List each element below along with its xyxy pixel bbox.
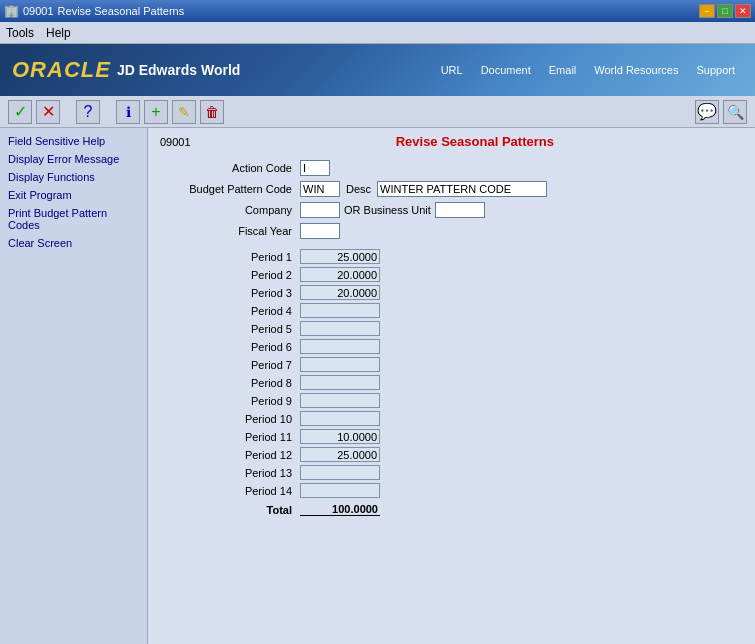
period-label-1: Period 1 bbox=[160, 251, 300, 263]
sidebar: Field Sensitive Help Display Error Messa… bbox=[0, 128, 148, 644]
action-code-input[interactable] bbox=[300, 160, 330, 176]
period-label-13: Period 13 bbox=[160, 467, 300, 479]
menu-tools[interactable]: Tools bbox=[6, 26, 34, 40]
budget-pattern-code-input[interactable] bbox=[300, 181, 340, 197]
oracle-header: ORACLE JD Edwards World URL Document Ema… bbox=[0, 44, 755, 96]
fiscal-year-label: Fiscal Year bbox=[160, 225, 300, 237]
header-nav: URL Document Email World Resources Suppo… bbox=[441, 64, 735, 76]
period-label-3: Period 3 bbox=[160, 287, 300, 299]
sidebar-item-field-sensitive-help[interactable]: Field Sensitive Help bbox=[0, 132, 147, 150]
period-input-5[interactable] bbox=[300, 321, 380, 336]
sidebar-item-display-functions[interactable]: Display Functions bbox=[0, 168, 147, 186]
desc-input[interactable] bbox=[377, 181, 547, 197]
chat-button[interactable]: 💬 bbox=[695, 100, 719, 124]
period-row-14: Period 14 bbox=[160, 482, 743, 499]
sidebar-item-print-budget-pattern-codes[interactable]: Print Budget Pattern Codes bbox=[0, 204, 147, 234]
maximize-button[interactable]: □ bbox=[717, 4, 733, 18]
period-row-13: Period 13 bbox=[160, 464, 743, 481]
period-label-12: Period 12 bbox=[160, 449, 300, 461]
search-icon: 🔍 bbox=[727, 104, 744, 120]
check-button[interactable]: ✓ bbox=[8, 100, 32, 124]
add-button[interactable]: + bbox=[144, 100, 168, 124]
close-button[interactable]: ✕ bbox=[735, 4, 751, 18]
period-row-5: Period 5 bbox=[160, 320, 743, 337]
company-input[interactable] bbox=[300, 202, 340, 218]
form-header: 09001 Revise Seasonal Patterns bbox=[160, 134, 743, 149]
sidebar-item-display-error-message[interactable]: Display Error Message bbox=[0, 150, 147, 168]
period-input-10[interactable] bbox=[300, 411, 380, 426]
period-label-9: Period 9 bbox=[160, 395, 300, 407]
period-row-8: Period 8 bbox=[160, 374, 743, 391]
cancel-button[interactable]: ✕ bbox=[36, 100, 60, 124]
total-row: Total 100.0000 bbox=[160, 503, 743, 516]
oracle-logo: ORACLE JD Edwards World bbox=[12, 57, 240, 83]
period-input-4[interactable] bbox=[300, 303, 380, 318]
period-row-9: Period 9 bbox=[160, 392, 743, 409]
help-button[interactable]: ? bbox=[76, 100, 100, 124]
period-row-6: Period 6 bbox=[160, 338, 743, 355]
period-input-2[interactable] bbox=[300, 267, 380, 282]
check-icon: ✓ bbox=[14, 102, 27, 121]
period-input-8[interactable] bbox=[300, 375, 380, 390]
period-row-11: Period 11 bbox=[160, 428, 743, 445]
nav-email[interactable]: Email bbox=[549, 64, 577, 76]
titlebar-title: Revise Seasonal Patterns bbox=[58, 5, 185, 17]
nav-url[interactable]: URL bbox=[441, 64, 463, 76]
period-section: Period 1Period 2Period 3Period 4Period 5… bbox=[160, 248, 743, 499]
period-label-14: Period 14 bbox=[160, 485, 300, 497]
nav-document[interactable]: Document bbox=[481, 64, 531, 76]
period-input-13[interactable] bbox=[300, 465, 380, 480]
period-input-6[interactable] bbox=[300, 339, 380, 354]
form-title: Revise Seasonal Patterns bbox=[207, 134, 743, 149]
info-icon: ℹ bbox=[126, 104, 131, 120]
period-input-14[interactable] bbox=[300, 483, 380, 498]
oracle-text: ORACLE bbox=[12, 57, 111, 83]
content: 09001 Revise Seasonal Patterns Action Co… bbox=[148, 128, 755, 644]
nav-support[interactable]: Support bbox=[696, 64, 735, 76]
plus-icon: + bbox=[151, 103, 160, 121]
minimize-button[interactable]: − bbox=[699, 4, 715, 18]
delete-button[interactable]: 🗑 bbox=[200, 100, 224, 124]
period-input-11[interactable] bbox=[300, 429, 380, 444]
menu-help[interactable]: Help bbox=[46, 26, 71, 40]
period-row-10: Period 10 bbox=[160, 410, 743, 427]
x-icon: ✕ bbox=[42, 102, 55, 121]
business-unit-input[interactable] bbox=[435, 202, 485, 218]
period-label-8: Period 8 bbox=[160, 377, 300, 389]
main-container: Field Sensitive Help Display Error Messa… bbox=[0, 128, 755, 644]
period-input-3[interactable] bbox=[300, 285, 380, 300]
question-icon: ? bbox=[84, 103, 93, 121]
toolbar: ✓ ✕ ? ℹ + ✎ 🗑 💬 🔍 bbox=[0, 96, 755, 128]
period-label-11: Period 11 bbox=[160, 431, 300, 443]
period-label-6: Period 6 bbox=[160, 341, 300, 353]
or-business-unit-label: OR Business Unit bbox=[344, 204, 431, 216]
chat-icon: 💬 bbox=[697, 102, 717, 121]
period-label-10: Period 10 bbox=[160, 413, 300, 425]
period-row-4: Period 4 bbox=[160, 302, 743, 319]
titlebar-controls: − □ ✕ bbox=[699, 4, 751, 18]
period-input-9[interactable] bbox=[300, 393, 380, 408]
info-button[interactable]: ℹ bbox=[116, 100, 140, 124]
action-code-row: Action Code bbox=[160, 159, 743, 177]
period-input-12[interactable] bbox=[300, 447, 380, 462]
fiscal-year-row: Fiscal Year bbox=[160, 222, 743, 240]
budget-pattern-code-label: Budget Pattern Code bbox=[160, 183, 300, 195]
period-input-7[interactable] bbox=[300, 357, 380, 372]
search-button[interactable]: 🔍 bbox=[723, 100, 747, 124]
sidebar-item-clear-screen[interactable]: Clear Screen bbox=[0, 234, 147, 252]
period-row-2: Period 2 bbox=[160, 266, 743, 283]
edit-button[interactable]: ✎ bbox=[172, 100, 196, 124]
nav-world-resources[interactable]: World Resources bbox=[594, 64, 678, 76]
action-code-label: Action Code bbox=[160, 162, 300, 174]
company-label: Company bbox=[160, 204, 300, 216]
titlebar: 🏢 09001 Revise Seasonal Patterns − □ ✕ bbox=[0, 0, 755, 22]
sidebar-item-exit-program[interactable]: Exit Program bbox=[0, 186, 147, 204]
period-label-7: Period 7 bbox=[160, 359, 300, 371]
period-input-1[interactable] bbox=[300, 249, 380, 264]
jde-text: JD Edwards World bbox=[117, 62, 240, 78]
trash-icon: 🗑 bbox=[205, 104, 219, 120]
titlebar-left: 🏢 09001 Revise Seasonal Patterns bbox=[4, 4, 184, 18]
period-row-7: Period 7 bbox=[160, 356, 743, 373]
form-id: 09001 bbox=[160, 136, 191, 148]
fiscal-year-input[interactable] bbox=[300, 223, 340, 239]
